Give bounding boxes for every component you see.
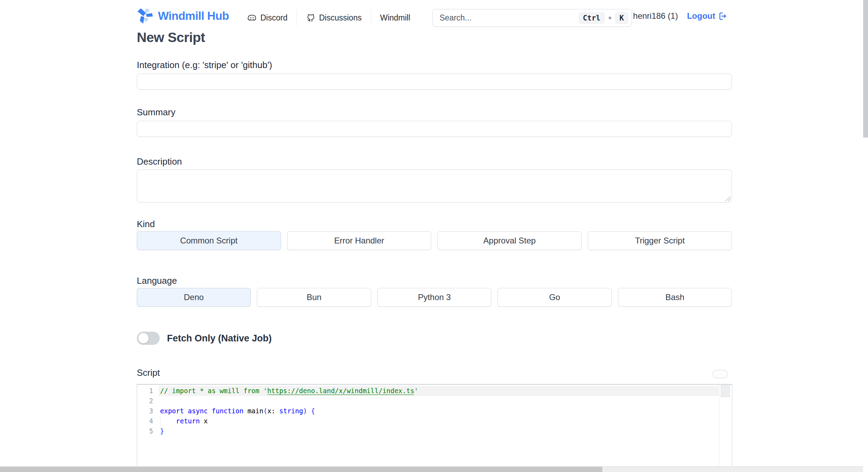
- nav-divider: [371, 10, 371, 26]
- shortcut-key-k: K: [615, 12, 628, 24]
- code-line-5[interactable]: }: [160, 426, 719, 436]
- code-line-3[interactable]: export async function main(x: string) {: [160, 406, 719, 416]
- language-option-go[interactable]: Go: [498, 288, 611, 307]
- discussions-icon: [306, 13, 315, 23]
- code-token: [160, 417, 176, 425]
- line-number[interactable]: 3: [137, 406, 153, 416]
- code-token: export: [160, 407, 184, 415]
- code-line-4[interactable]: return x: [160, 416, 719, 426]
- kind-option-common-script[interactable]: Common Script: [137, 231, 281, 250]
- description-label: Description: [137, 156, 182, 167]
- code-line-2[interactable]: [160, 396, 719, 406]
- language-option-python-3[interactable]: Python 3: [377, 288, 491, 307]
- logout-link[interactable]: Logout: [687, 11, 726, 21]
- line-number[interactable]: 4: [137, 416, 153, 426]
- vertical-scrollbar-thumb[interactable]: [863, 0, 868, 138]
- logout-label: Logout: [687, 11, 715, 21]
- nav-divider: [297, 10, 297, 26]
- windmill-logo-icon: [137, 8, 153, 24]
- toggle-knob: [138, 333, 149, 343]
- logout-icon: [718, 12, 726, 20]
- code-token: return: [176, 417, 200, 425]
- code-token: [243, 407, 247, 415]
- indent-guide: [160, 416, 160, 426]
- code-token: x: [267, 407, 271, 415]
- integration-input[interactable]: [137, 74, 732, 90]
- summary-input[interactable]: [137, 121, 732, 137]
- nav-item-label: Discussions: [319, 13, 362, 23]
- code-token: string: [279, 407, 303, 415]
- line-number[interactable]: 5: [137, 426, 153, 436]
- nav-item-label: Windmill: [380, 13, 410, 23]
- nav-item-windmill[interactable]: Windmill: [380, 13, 410, 23]
- code-token: // import * as wmill from ': [160, 387, 267, 395]
- code-token: ': [414, 387, 418, 395]
- editor-scrollbar-track: [719, 384, 719, 472]
- code-token: }: [160, 427, 164, 435]
- code-token: [307, 407, 311, 415]
- summary-label: Summary: [137, 107, 175, 118]
- fetch-only-toggle[interactable]: [137, 332, 160, 345]
- script-label: Script: [137, 367, 160, 378]
- nav-item-label: Discord: [260, 13, 287, 23]
- code-token: (: [263, 407, 267, 415]
- shortcut-separator: +: [608, 14, 612, 22]
- nav-item-discussions[interactable]: Discussions: [306, 13, 362, 23]
- vertical-scrollbar[interactable]: [863, 0, 868, 472]
- line-number[interactable]: 2: [137, 396, 153, 406]
- shortcut-key-ctrl: Ctrl: [578, 12, 605, 24]
- editor-scrollbar-thumb[interactable]: [721, 385, 730, 397]
- code-token: [184, 407, 188, 415]
- language-option-bash[interactable]: Bash: [618, 288, 732, 307]
- fetch-only-label: Fetch Only (Native Job): [167, 333, 272, 344]
- code-token: https://deno.land/x/windmill/index.ts: [267, 387, 414, 395]
- code-token: function: [212, 407, 244, 415]
- editor-code: // import * as wmill from 'https://deno.…: [160, 386, 719, 436]
- code-token: x: [200, 417, 208, 425]
- description-textarea[interactable]: [137, 169, 732, 202]
- language-option-deno[interactable]: Deno: [137, 288, 251, 307]
- brand[interactable]: Windmill Hub: [137, 8, 229, 24]
- kind-option-trigger-script[interactable]: Trigger Script: [588, 231, 732, 250]
- code-token: [208, 407, 211, 415]
- search-box: Ctrl+K: [432, 9, 632, 27]
- code-token: ): [303, 407, 307, 415]
- user-area: henri186 (1) Logout: [633, 11, 726, 21]
- fetch-only-row: Fetch Only (Native Job): [137, 332, 272, 345]
- editor-toggle-pill[interactable]: [712, 370, 728, 379]
- brand-name: Windmill Hub: [158, 9, 229, 23]
- language-options: DenoBunPython 3GoBash: [137, 288, 732, 307]
- language-option-bun[interactable]: Bun: [257, 288, 371, 307]
- horizontal-scrollbar-thumb[interactable]: [0, 467, 602, 472]
- page: Windmill Hub DiscordDiscussionsWindmill …: [0, 0, 868, 472]
- discord-icon: [247, 13, 257, 23]
- search-input[interactable]: [440, 13, 578, 23]
- editor-gutter: 12345: [137, 386, 153, 436]
- page-title: New Script: [137, 30, 205, 45]
- code-line-1[interactable]: // import * as wmill from 'https://deno.…: [160, 386, 719, 396]
- code-token: async: [188, 407, 208, 415]
- code-token: {: [311, 407, 315, 415]
- search-shortcut: Ctrl+K: [578, 12, 628, 24]
- header-nav: DiscordDiscussionsWindmill: [247, 9, 410, 26]
- horizontal-scrollbar[interactable]: [0, 466, 868, 472]
- code-token: main: [248, 407, 264, 415]
- username: henri186 (1): [633, 11, 678, 21]
- kind-options: Common ScriptError HandlerApproval StepT…: [137, 231, 732, 250]
- code-token: :: [271, 407, 279, 415]
- integration-label: Integration (e.g: 'stripe' or 'github'): [137, 60, 272, 71]
- description-field: [137, 169, 732, 202]
- language-label: Language: [137, 275, 177, 286]
- kind-label: Kind: [137, 219, 155, 230]
- nav-item-discord[interactable]: Discord: [247, 13, 287, 23]
- kind-option-approval-step[interactable]: Approval Step: [437, 231, 582, 250]
- code-editor[interactable]: 12345 // import * as wmill from 'https:/…: [137, 384, 732, 472]
- kind-option-error-handler[interactable]: Error Handler: [287, 231, 431, 250]
- line-number[interactable]: 1: [137, 386, 153, 396]
